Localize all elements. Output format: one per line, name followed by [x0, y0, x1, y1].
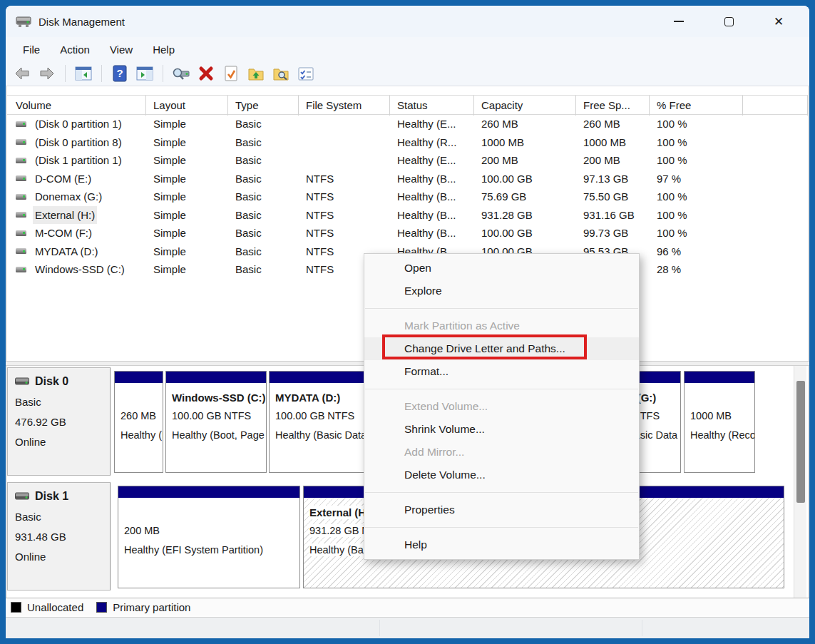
table-row[interactable]: Donemax (G:) Simple Basic NTFS Healthy (… — [7, 188, 808, 206]
volume-name: M-COM (F:) — [33, 224, 94, 242]
volume-name: Donemax (G:) — [33, 188, 104, 206]
menu-item-explore[interactable]: Explore — [364, 280, 639, 302]
close-button[interactable] — [754, 6, 804, 37]
disk-icon — [15, 377, 29, 386]
col-header-pct-free[interactable]: % Free — [650, 96, 743, 116]
table-row[interactable]: (Disk 0 partition 8) Simple Basic Health… — [7, 133, 808, 152]
volume-name: (Disk 0 partition 8) — [33, 133, 124, 152]
col-header-capacity[interactable]: Capacity — [474, 96, 576, 116]
console-tree-icon[interactable] — [74, 64, 93, 83]
window-title: Disk Management — [39, 16, 125, 28]
vertical-scrollbar[interactable] — [794, 366, 806, 598]
table-row[interactable]: (Disk 0 partition 1) Simple Basic Health… — [7, 115, 808, 133]
disk-drive-icon — [16, 14, 31, 29]
partition-disk1-efi[interactable]: 200 MBHealthy (EFI System Partition) — [118, 486, 300, 588]
unallocated-swatch — [11, 602, 21, 613]
disk1-name: Disk 1 — [35, 490, 68, 503]
disk1-size: 931.48 GB — [15, 527, 103, 547]
col-header-volume[interactable]: Volume — [9, 96, 146, 116]
minimize-icon — [674, 21, 684, 22]
disk0-info-panel[interactable]: Disk 0 Basic 476.92 GB Online — [7, 367, 111, 476]
menu-item-extend-volume: Extend Volume... — [364, 395, 639, 418]
status-bar — [6, 617, 809, 638]
col-header-blank — [743, 96, 808, 116]
volume-name: Windows-SSD (C:) — [33, 260, 127, 279]
volume-disk-icon — [16, 267, 26, 272]
volume-context-menu: Open Explore Mark Partition as Active Ch… — [364, 253, 640, 560]
toolbar: ? — [6, 61, 809, 86]
legend-primary-partition: Primary partition — [113, 601, 190, 613]
menu-item-open[interactable]: Open — [364, 257, 639, 280]
maximize-icon — [724, 17, 734, 26]
disk0-status: Online — [15, 432, 103, 452]
legend-unallocated: Unallocated — [27, 601, 83, 613]
volume-disk-icon — [16, 175, 26, 181]
partition-windows-ssd[interactable]: Windows-SSD (C:)100.00 GB NTFSHealthy (B… — [165, 371, 267, 473]
checklist-icon[interactable] — [297, 64, 315, 83]
table-row[interactable]: D-COM (E:) Simple Basic NTFS Healthy (B.… — [7, 170, 808, 188]
minimize-button[interactable] — [654, 6, 704, 37]
volume-name: (Disk 0 partition 1) — [33, 115, 124, 133]
disk0-name: Disk 0 — [35, 375, 68, 388]
toolbar-separator — [101, 65, 102, 82]
disk0-type: Basic — [15, 392, 103, 412]
toolbar-separator — [65, 65, 66, 82]
statusbar-divider — [379, 620, 380, 636]
partition-header-bar — [166, 372, 266, 383]
menu-file[interactable]: File — [13, 41, 50, 58]
col-header-status[interactable]: Status — [390, 96, 474, 116]
maximize-button[interactable] — [704, 6, 754, 37]
svg-text:?: ? — [116, 67, 123, 79]
partition-header-bar — [270, 372, 369, 383]
folder-search-icon[interactable] — [272, 64, 290, 83]
menu-item-properties[interactable]: Properties — [364, 499, 639, 521]
page-check-icon[interactable] — [222, 64, 240, 83]
partition-mydata[interactable]: MYDATA (D:)100.00 GB NTFSHealthy (Basic … — [269, 371, 369, 473]
table-row-selected[interactable]: External (H:) Simple Basic NTFS Healthy … — [7, 206, 808, 225]
menu-action[interactable]: Action — [50, 41, 100, 58]
partition-disk0-recovery[interactable]: 1000 MBHealthy (Recovery Partition) — [684, 371, 755, 473]
statusbar-divider — [642, 620, 642, 636]
menu-item-delete-volume[interactable]: Delete Volume... — [364, 464, 639, 486]
disk1-info-panel[interactable]: Disk 1 Basic 931.48 GB Online — [7, 482, 111, 591]
folder-up-icon[interactable] — [247, 64, 265, 83]
volume-disk-icon — [16, 139, 26, 145]
help-icon[interactable]: ? — [111, 64, 129, 83]
annotation-highlight-box — [382, 334, 587, 359]
volume-disk-icon — [16, 158, 26, 163]
col-header-type[interactable]: Type — [228, 96, 299, 116]
menu-separator — [365, 527, 638, 528]
volume-disk-icon — [16, 248, 26, 254]
rescan-disks-icon[interactable] — [172, 64, 190, 83]
partition-header-bar — [685, 372, 754, 383]
action-pane-icon[interactable] — [135, 64, 154, 83]
volume-name: MYDATA (D:) — [33, 242, 101, 261]
menu-item-add-mirror: Add Mirror... — [364, 441, 639, 464]
primary-partition-swatch — [96, 602, 107, 613]
menu-item-help[interactable]: Help — [364, 533, 639, 556]
scrollbar-thumb[interactable] — [796, 381, 805, 503]
menu-item-format[interactable]: Format... — [364, 360, 639, 383]
disk-icon — [15, 492, 29, 501]
table-row[interactable]: M-COM (F:) Simple Basic NTFS Healthy (B.… — [7, 224, 808, 242]
volume-name: D-COM (E:) — [33, 170, 93, 188]
menu-view[interactable]: View — [100, 41, 143, 58]
title-bar: Disk Management — [6, 6, 809, 37]
table-row[interactable]: (Disk 1 partition 1) Simple Basic Health… — [7, 151, 808, 170]
volume-disk-icon — [16, 212, 26, 218]
col-header-free-space[interactable]: Free Sp... — [576, 96, 650, 116]
delete-icon[interactable] — [197, 64, 215, 83]
partition-disk0-efi[interactable]: 260 MBHealthy (EFI System Partition) — [114, 371, 163, 473]
legend-bar: Unallocated Primary partition — [6, 598, 809, 615]
col-header-layout[interactable]: Layout — [146, 96, 228, 116]
forward-icon[interactable] — [38, 64, 56, 83]
menu-separator — [365, 308, 638, 309]
back-icon[interactable] — [13, 64, 31, 83]
partition-header-bar — [115, 372, 163, 383]
col-header-file-system[interactable]: File System — [299, 96, 390, 116]
menu-separator — [365, 492, 638, 493]
menu-help[interactable]: Help — [143, 41, 185, 58]
volume-name: (Disk 1 partition 1) — [33, 151, 124, 170]
menu-item-shrink-volume[interactable]: Shrink Volume... — [364, 418, 639, 441]
menu-separator — [365, 389, 638, 389]
